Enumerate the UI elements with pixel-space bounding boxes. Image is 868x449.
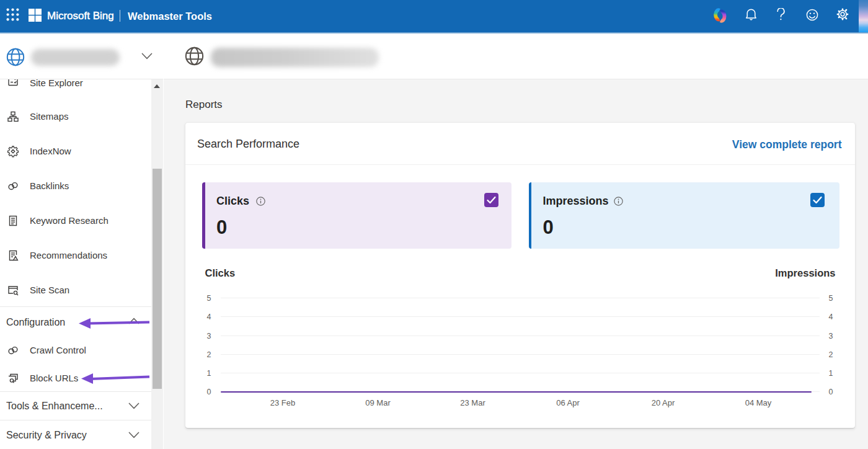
svg-text:!: ! bbox=[16, 257, 16, 260]
